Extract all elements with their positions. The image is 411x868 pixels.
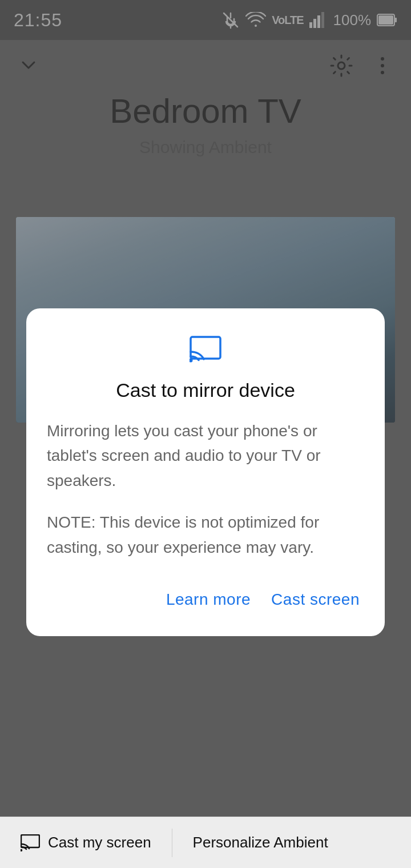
modal-icon-area: [47, 336, 364, 363]
cast-icon: [190, 336, 221, 363]
cast-my-screen-label: Cast my screen: [48, 834, 151, 851]
svg-point-15: [21, 849, 22, 851]
modal-note: NOTE: This device is not optimized for c…: [47, 510, 364, 560]
modal-body: Mirroring lets you cast your phone's or …: [47, 419, 364, 493]
cast-mirror-dialog: Cast to mirror device Mirroring lets you…: [26, 308, 385, 636]
cast-screen-button[interactable]: Cast screen: [267, 584, 364, 616]
learn-more-button[interactable]: Learn more: [162, 584, 255, 616]
modal-title: Cast to mirror device: [47, 379, 364, 401]
personalize-ambient-label: Personalize Ambient: [193, 834, 328, 851]
bottom-bar: Cast my screen Personalize Ambient: [0, 817, 411, 868]
cast-my-screen-button[interactable]: Cast my screen: [0, 817, 172, 868]
modal-overlay: Cast to mirror device Mirroring lets you…: [0, 0, 411, 868]
svg-rect-12: [191, 337, 220, 359]
personalize-ambient-button[interactable]: Personalize Ambient: [172, 817, 349, 868]
svg-rect-14: [21, 835, 39, 847]
cast-screen-icon: [21, 834, 40, 851]
modal-actions: Learn more Cast screen: [47, 584, 364, 616]
